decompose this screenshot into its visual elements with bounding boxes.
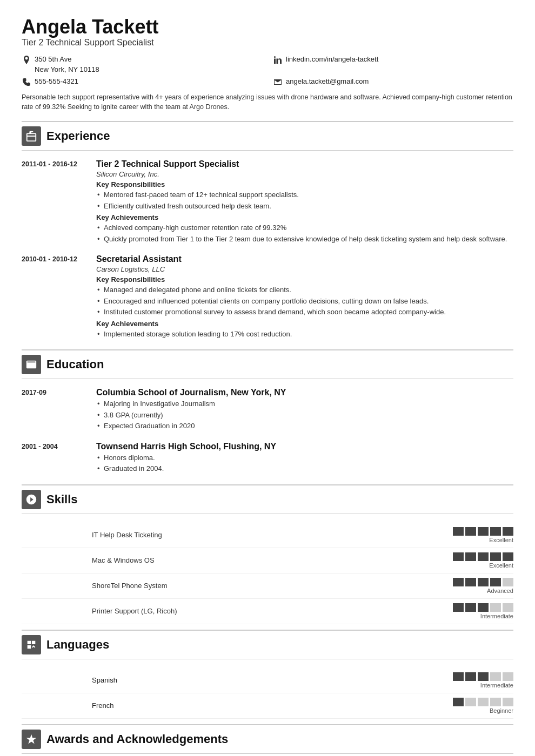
education-section: Education 2017-09 Columbia School of Jou… bbox=[22, 349, 513, 475]
achievements-list: Implemented storage solution leading to … bbox=[96, 329, 513, 340]
education-header: Education bbox=[22, 349, 513, 379]
language-row: French Beginner bbox=[22, 693, 513, 719]
job-content: Secretarial Assistant Carson Logistics, … bbox=[96, 254, 513, 340]
achievements-label: Key Achievements bbox=[96, 213, 513, 221]
address-contact: 350 5th Ave New York, NY 10118 bbox=[22, 54, 262, 75]
skill-level: Intermediate bbox=[480, 613, 513, 619]
education-entry: 2001 - 2004 Townsend Harris High School,… bbox=[22, 442, 513, 475]
education-entry: 2017-09 Columbia School of Journalism, N… bbox=[22, 388, 513, 432]
skill-bar bbox=[453, 578, 464, 586]
skill-bar bbox=[490, 603, 501, 612]
skill-row: IT Help Desk Ticketing Excellent bbox=[22, 523, 513, 548]
edu-content: Columbia School of Journalism, New York,… bbox=[96, 388, 513, 432]
edu-content: Townsend Harris High School, Flushing, N… bbox=[96, 442, 513, 475]
skills-list: IT Help Desk Ticketing Excellent Mac & W… bbox=[22, 523, 513, 624]
skill-bar bbox=[465, 578, 476, 586]
experience-entry: 2010-01 - 2010-12 Secretarial Assistant … bbox=[22, 254, 513, 340]
responsibility-item: Mentored fast-paced team of 12+ technica… bbox=[96, 190, 513, 200]
lang-bar bbox=[453, 698, 464, 706]
skill-name: IT Help Desk Ticketing bbox=[92, 531, 303, 539]
lang-bar-area: Beginner bbox=[303, 698, 513, 714]
job-dates: 2010-01 - 2010-12 bbox=[22, 254, 92, 340]
skill-row: Mac & Windows OS Excellent bbox=[22, 548, 513, 573]
skill-bar-area: Excellent bbox=[303, 552, 513, 569]
experience-header: Experience bbox=[22, 121, 513, 151]
responsibilities-list: Managed and delegated phone and online t… bbox=[96, 285, 513, 318]
linkedin-contact: linkedin.com/in/angela-tackett bbox=[273, 54, 513, 75]
job-company: Silicon Circuitry, Inc. bbox=[96, 170, 513, 178]
linkedin-icon bbox=[273, 55, 283, 65]
skill-level: Excellent bbox=[489, 537, 513, 543]
skill-bar bbox=[478, 552, 489, 561]
contact-info: 350 5th Ave New York, NY 10118 linkedin.… bbox=[22, 54, 513, 87]
lang-bar bbox=[478, 672, 489, 681]
skill-bar-area: Intermediate bbox=[303, 603, 513, 619]
job-title: Tier 2 Technical Support Specialist bbox=[96, 159, 513, 169]
education-title: Education bbox=[46, 357, 104, 372]
skill-bars bbox=[453, 552, 513, 561]
responsibilities-label: Key Responsibilities bbox=[96, 275, 513, 284]
linkedin-url: linkedin.com/in/angela-tackett bbox=[286, 54, 378, 65]
skill-bar bbox=[465, 527, 476, 536]
education-icon bbox=[22, 355, 41, 374]
responsibility-item: Encouraged and influenced potential clie… bbox=[96, 296, 513, 307]
languages-section: Languages Spanish Intermediate French Be… bbox=[22, 630, 513, 719]
location-icon bbox=[22, 55, 31, 65]
svg-point-1 bbox=[274, 56, 276, 58]
edu-dates: 2001 - 2004 bbox=[22, 442, 92, 475]
skill-bar bbox=[465, 552, 476, 561]
email-icon bbox=[273, 77, 283, 87]
education-bullet: Honors diploma. bbox=[96, 453, 513, 463]
education-list: 2017-09 Columbia School of Journalism, N… bbox=[22, 388, 513, 475]
skill-bar bbox=[453, 603, 464, 612]
skill-row: Printer Support (LG, Ricoh) Intermediate bbox=[22, 599, 513, 624]
email-address: angela.tackett@gmail.com bbox=[286, 76, 369, 87]
achievements-label: Key Achievements bbox=[96, 320, 513, 328]
skill-level: Advanced bbox=[487, 588, 513, 594]
lang-bar-area: Intermediate bbox=[303, 672, 513, 688]
education-bullet: 3.8 GPA (currently) bbox=[96, 410, 513, 421]
language-row: Spanish Intermediate bbox=[22, 668, 513, 693]
education-bullet: Graduated in 2004. bbox=[96, 463, 513, 474]
skills-icon bbox=[22, 490, 41, 509]
skill-bar bbox=[503, 527, 513, 536]
edu-school: Townsend Harris High School, Flushing, N… bbox=[96, 442, 513, 451]
experience-icon bbox=[22, 126, 41, 146]
lang-bar bbox=[503, 698, 513, 706]
achievements-list: Achieved company-high customer retention… bbox=[96, 222, 513, 244]
languages-title: Languages bbox=[46, 638, 109, 652]
experience-section: Experience 2011-01 - 2016-12 Tier 2 Tech… bbox=[22, 121, 513, 340]
skills-title: Skills bbox=[46, 492, 77, 507]
awards-title: Awards and Acknowledgements bbox=[46, 732, 228, 746]
skill-bar bbox=[490, 578, 501, 586]
email-contact: angela.tackett@gmail.com bbox=[273, 76, 513, 87]
experience-title: Experience bbox=[46, 129, 110, 143]
skills-section: Skills IT Help Desk Ticketing Excellent … bbox=[22, 484, 513, 624]
awards-header: Awards and Acknowledgements bbox=[22, 724, 513, 754]
candidate-title: Tier 2 Technical Support Specialist bbox=[22, 38, 513, 48]
phone-number: 555-555-4321 bbox=[35, 76, 78, 87]
achievement-item: Implemented storage solution leading to … bbox=[96, 329, 513, 340]
experience-entry: 2011-01 - 2016-12 Tier 2 Technical Suppo… bbox=[22, 159, 513, 245]
lang-bar bbox=[465, 672, 476, 681]
summary-text: Personable tech support representative w… bbox=[22, 92, 513, 113]
skill-bar bbox=[453, 552, 464, 561]
address-line1: 350 5th Ave bbox=[35, 54, 99, 65]
lang-bar bbox=[490, 698, 501, 706]
phone-contact: 555-555-4321 bbox=[22, 76, 262, 87]
skill-bars bbox=[453, 527, 513, 536]
education-bullet: Expected Graduation in 2020 bbox=[96, 421, 513, 431]
achievement-item: Quickly promoted from Tier 1 to the Tier… bbox=[96, 234, 513, 245]
lang-level: Beginner bbox=[490, 707, 513, 714]
edu-bullets: Honors diploma.Graduated in 2004. bbox=[96, 453, 513, 474]
resume-header: Angela Tackett Tier 2 Technical Support … bbox=[22, 16, 513, 87]
responsibility-item: Efficiently cultivated fresh outsourced … bbox=[96, 201, 513, 212]
lang-bar bbox=[503, 672, 513, 681]
skill-bar bbox=[453, 527, 464, 536]
skill-bar-area: Advanced bbox=[303, 578, 513, 594]
skill-bar bbox=[490, 552, 501, 561]
job-title: Secretarial Assistant bbox=[96, 254, 513, 264]
education-bullet: Majoring in Investigative Journalism bbox=[96, 399, 513, 409]
languages-list: Spanish Intermediate French Beginner bbox=[22, 668, 513, 719]
edu-bullets: Majoring in Investigative Journalism3.8 … bbox=[96, 399, 513, 431]
